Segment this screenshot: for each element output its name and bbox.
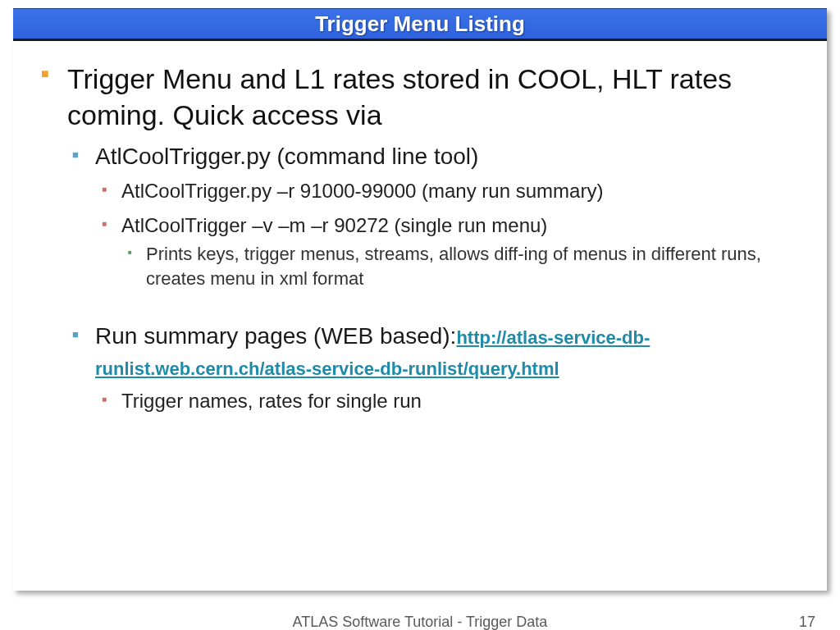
bullet-sub2-prefix: Run summary pages (WEB based): xyxy=(95,323,456,349)
bullet-main: Trigger Menu and L1 rates stored in COOL… xyxy=(36,61,804,415)
footer-center-text: ATLAS Software Tutorial - Trigger Data xyxy=(0,614,840,631)
bullet-sub1: AtlCoolTrigger.py (command line tool) At… xyxy=(67,141,804,290)
bullet-sub2: Run summary pages (WEB based):http://atl… xyxy=(67,321,804,415)
slide-frame: Trigger Menu Listing Trigger Menu and L1… xyxy=(13,8,827,591)
bullet-main-text: Trigger Menu and L1 rates stored in COOL… xyxy=(67,63,732,130)
bullet-sub2a: Trigger names, rates for single run xyxy=(95,387,804,415)
bullet-sub1b1: Prints keys, trigger menus, streams, all… xyxy=(121,242,804,290)
bullet-sub1b: AtlCoolTrigger –v –m –r 90272 (single ru… xyxy=(95,212,804,291)
bullet-sub1b-text: AtlCoolTrigger –v –m –r 90272 (single ru… xyxy=(121,214,547,236)
slide-content: Trigger Menu and L1 rates stored in COOL… xyxy=(13,41,827,415)
bullet-sub1a: AtlCoolTrigger.py –r 91000-99000 (many r… xyxy=(95,177,804,205)
slide-title-bar: Trigger Menu Listing xyxy=(13,8,827,41)
slide-title: Trigger Menu Listing xyxy=(315,11,525,37)
spacer xyxy=(67,298,804,321)
page-number: 17 xyxy=(799,614,815,631)
bullet-sub1-text: AtlCoolTrigger.py (command line tool) xyxy=(95,144,478,169)
